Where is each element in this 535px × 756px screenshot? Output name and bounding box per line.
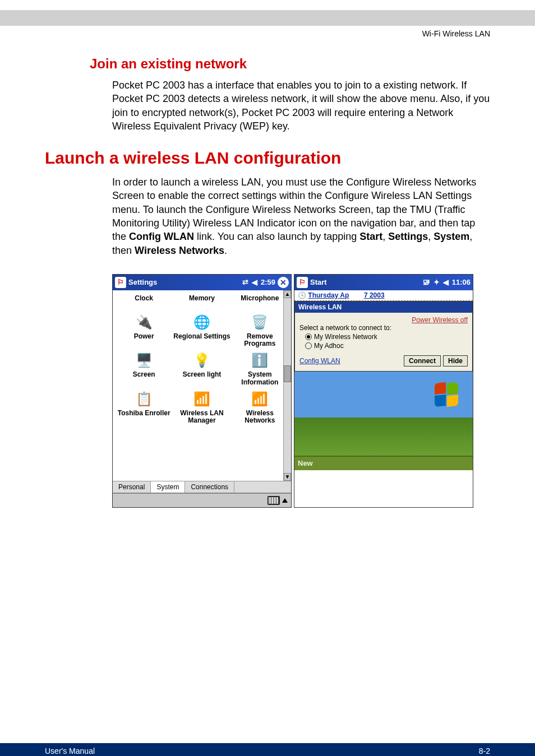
text-bold: Settings — [388, 231, 428, 242]
icon-label: Power — [115, 332, 173, 347]
scroll-track[interactable] — [284, 298, 291, 473]
icon-memory[interactable]: Memory — [173, 294, 230, 309]
footer-left: User's Manual — [45, 746, 95, 755]
paragraph-launch: In order to launch a wireless LAN, you m… — [112, 175, 490, 257]
clock-text[interactable]: 11:06 — [452, 278, 471, 286]
icon-wireless-networks[interactable]: 📶Wireless Networks — [231, 389, 289, 424]
icon-wireless-lan-manager[interactable]: 📶Wireless LAN Manager — [173, 389, 230, 424]
header-section-name: Wi-Fi Wireless LAN — [0, 26, 535, 39]
volume-icon[interactable]: ◀ — [252, 278, 257, 286]
radio-icon — [305, 342, 312, 349]
scrollbar[interactable]: ▲ ▼ — [283, 290, 291, 481]
tab-system[interactable]: System — [151, 481, 185, 493]
icon-toshiba-enroller[interactable]: 📋Toshiba Enroller — [115, 389, 173, 424]
wireless-lan-popup: Wireless LAN Power Wireless off Select a… — [294, 301, 473, 372]
icon-label: Wireless LAN Manager — [173, 409, 230, 424]
connect-button[interactable]: Connect — [404, 355, 441, 367]
icon-label: Microphone — [231, 294, 289, 309]
connection-icon[interactable]: ✦ — [433, 278, 440, 286]
text-bold: Config WLAN — [129, 231, 194, 242]
icon-system-information[interactable]: ℹ️System Information — [231, 351, 289, 386]
date-part-b: 7 2003 — [364, 291, 385, 299]
title-text[interactable]: Start — [310, 278, 327, 286]
select-network-label: Select a network to connect to: — [299, 324, 468, 332]
icon-label: System Information — [231, 370, 289, 386]
top-gray-bar — [0, 10, 535, 26]
radio-my-wireless-network[interactable]: My Wireless Network — [305, 333, 468, 341]
keyboard-icon[interactable] — [268, 496, 280, 505]
radio-icon — [305, 333, 312, 340]
globe-icon: 🌐 — [173, 313, 230, 332]
icon-grid-area: Clock Memory Microphone 🔌Power 🌐Regional… — [113, 290, 291, 481]
hide-button[interactable]: Hide — [443, 355, 468, 367]
light-icon: 💡 — [173, 351, 230, 370]
scroll-up-icon[interactable]: ▲ — [284, 290, 291, 298]
scroll-down-icon[interactable]: ▼ — [284, 473, 291, 481]
text: . — [224, 245, 227, 256]
icon-label: Clock — [115, 294, 173, 309]
icon-regional-settings[interactable]: 🌐Regional Settings — [173, 313, 230, 347]
text: , — [428, 231, 433, 242]
page-footer: User's Manual 8-2 — [0, 743, 535, 756]
text-bold: Start — [359, 231, 382, 242]
radio-label: My Wireless Network — [314, 333, 377, 341]
tab-connections[interactable]: Connections — [185, 481, 234, 493]
start-flag-icon[interactable]: ⚐ — [115, 277, 126, 288]
device-icon[interactable]: 🖳 — [423, 278, 430, 286]
text-bold: System — [433, 231, 469, 242]
remove-icon: 🗑️ — [231, 313, 289, 332]
radio-label: My Adhoc — [314, 342, 344, 350]
icon-label: Wireless Networks — [231, 409, 289, 424]
sip-menu-icon[interactable] — [282, 498, 288, 503]
title-text: Settings — [128, 278, 157, 286]
footer-right: 8-2 — [479, 746, 490, 755]
screen-icon: 🖥️ — [115, 351, 173, 370]
connection-icon[interactable]: ⇄ — [242, 278, 248, 286]
tab-personal[interactable]: Personal — [113, 481, 151, 493]
wlan-manager-icon: 📶 — [173, 389, 230, 409]
screenshot-row: ⚐ Settings ⇄ ◀ 2:59 ✕ Clock Memory Micro… — [112, 274, 490, 508]
icon-power[interactable]: 🔌Power — [115, 313, 173, 347]
icon-label: Memory — [173, 294, 230, 309]
title-bar: ⚐ Settings ⇄ ◀ 2:59 ✕ — [113, 275, 291, 290]
start-flag-icon[interactable]: ⚐ — [297, 277, 308, 288]
windows-flag-icon — [435, 383, 460, 407]
text-bold: Wireless Networks — [135, 245, 224, 256]
clock-text[interactable]: 2:59 — [261, 278, 275, 286]
title-bar: ⚐ Start 🖳 ✦ ◀ 11:06 — [294, 275, 473, 290]
close-button[interactable]: ✕ — [278, 277, 289, 288]
text: , — [382, 231, 388, 242]
volume-icon[interactable]: ◀ — [443, 278, 449, 286]
settings-screen: ⚐ Settings ⇄ ◀ 2:59 ✕ Clock Memory Micro… — [112, 274, 292, 508]
wlan-networks-icon: 📶 — [231, 389, 289, 409]
config-wlan-link[interactable]: Config WLAN — [299, 357, 340, 365]
icon-label: Toshiba Enroller — [115, 409, 173, 424]
text: link. You can also launch by tapping — [194, 231, 359, 242]
radio-my-adhoc[interactable]: My Adhoc — [305, 342, 468, 350]
new-button[interactable]: New — [298, 459, 313, 467]
start-screen: ⚐ Start 🖳 ✦ ◀ 11:06 🕓 Thursday Ap 7 2003… — [294, 274, 473, 508]
sip-bar — [113, 493, 291, 507]
icon-screen-light[interactable]: 💡Screen light — [173, 351, 230, 386]
date-part-a: Thursday Ap — [308, 291, 349, 299]
icon-label: Remove Programs — [231, 332, 289, 347]
tabs-row: Personal System Connections — [113, 481, 291, 493]
heading-join-network: Join an existing network — [90, 56, 490, 72]
soft-key-bar: New — [294, 456, 473, 470]
popup-title: Wireless LAN — [295, 302, 472, 313]
paragraph-join: Pocket PC 2003 has a interface that enab… — [112, 78, 490, 133]
icon-label: Screen light — [173, 370, 230, 386]
icon-clock[interactable]: Clock — [115, 294, 173, 309]
icon-microphone[interactable]: Microphone — [231, 294, 289, 309]
heading-launch-wlan: Launch a wireless LAN configuration — [45, 149, 490, 168]
icon-screen[interactable]: 🖥️Screen — [115, 351, 173, 386]
power-wireless-off-link[interactable]: Power Wireless off — [412, 316, 468, 324]
today-date-row[interactable]: 🕓 Thursday Ap 7 2003 — [294, 290, 473, 301]
icon-remove-programs[interactable]: 🗑️Remove Programs — [231, 313, 289, 347]
info-icon: ℹ️ — [231, 351, 289, 370]
scroll-thumb[interactable] — [284, 365, 291, 382]
desktop-wallpaper — [294, 372, 473, 456]
icon-label: Screen — [115, 370, 173, 386]
power-icon: 🔌 — [115, 313, 173, 332]
enroller-icon: 📋 — [115, 389, 173, 409]
